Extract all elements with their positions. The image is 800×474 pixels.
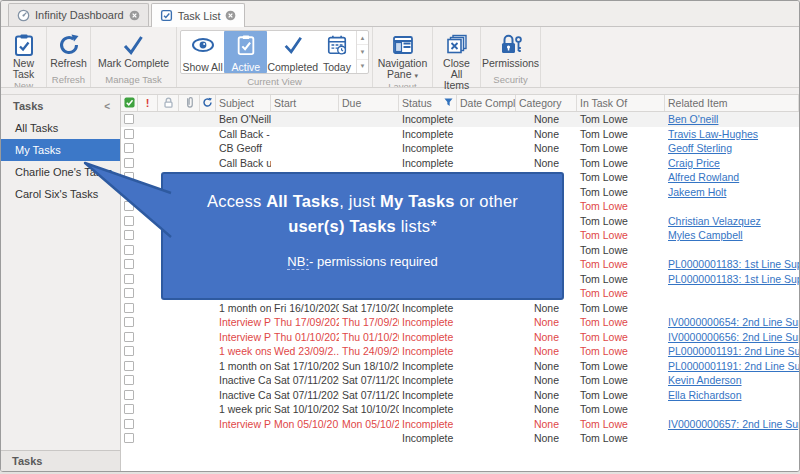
row-select-checkbox[interactable] — [121, 141, 138, 156]
show-all-button[interactable]: Show All — [181, 31, 224, 73]
task-row[interactable]: Interview Pre...Mon 05/10/20...Mon 05/10… — [121, 417, 799, 432]
related-item-link[interactable]: Travis Law-Hughes — [668, 128, 758, 140]
gallery-item-label: Show All — [182, 61, 222, 73]
row-select-checkbox[interactable] — [121, 127, 138, 142]
task-row[interactable]: 1 month onsiteFri 16/10/2020Sat 17/10/20… — [121, 301, 799, 316]
calendar-icon — [326, 34, 348, 60]
row-select-checkbox[interactable] — [121, 417, 138, 432]
cell-excl — [138, 272, 158, 287]
related-item-link[interactable]: PL0000001191: 2nd Line Support... — [668, 345, 799, 357]
column-header-attachment[interactable] — [179, 95, 200, 111]
tab-task-list[interactable]: Task List — [151, 3, 246, 27]
related-item-link[interactable]: Ben O'neill — [668, 113, 718, 125]
permissions-button[interactable]: Permissions — [478, 29, 543, 74]
new-task-button[interactable]: New Task — [1, 29, 46, 80]
row-select-checkbox[interactable] — [121, 301, 138, 316]
task-row[interactable]: Inactive Candi...Sat 07/11/2020Sat 07/11… — [121, 388, 799, 403]
related-item-link[interactable]: IV0000000656: 2nd Line Support... — [668, 331, 799, 343]
related-item-link[interactable]: Alfred Rowland — [668, 171, 739, 183]
related-item-link[interactable]: Ella Richardson — [668, 389, 742, 401]
row-select-checkbox[interactable] — [121, 431, 138, 446]
column-header-select[interactable] — [121, 95, 138, 111]
checkbox-icon — [124, 419, 134, 429]
column-header-category[interactable]: Category — [516, 95, 577, 111]
column-header-lock[interactable] — [158, 95, 179, 111]
related-item-link[interactable]: IV0000000657: 2nd Line Support... — [668, 418, 799, 430]
row-select-checkbox[interactable] — [121, 344, 138, 359]
column-header-start[interactable]: Start — [271, 95, 339, 111]
related-item-link[interactable]: Kevin Anderson — [668, 374, 742, 386]
related-item-link[interactable]: PL0000001183: 1st Line Support... — [668, 258, 799, 270]
related-item-link[interactable]: Christian Velazquez — [668, 215, 761, 227]
gallery-dropdown-icon[interactable]: ▼ — [357, 60, 368, 73]
filter-funnel-icon[interactable] — [444, 97, 453, 109]
row-select-checkbox[interactable] — [121, 359, 138, 374]
cell-status: Incomplete — [399, 330, 457, 345]
checkbox-icon — [124, 274, 134, 284]
related-item-link[interactable]: PL0000001183: 1st Line Support... — [668, 273, 799, 285]
sidebar-item-all-tasks[interactable]: All Tasks — [1, 117, 120, 139]
row-select-checkbox[interactable] — [121, 286, 138, 301]
related-item-link[interactable]: Craig Price — [668, 157, 720, 169]
cell-who: Tom Lowe — [577, 185, 665, 200]
task-row[interactable]: Call Back urge...IncompleteNoneTom LoweC… — [121, 156, 799, 171]
today-button[interactable]: Today — [318, 31, 356, 73]
checkbox-icon — [124, 245, 134, 255]
close-icon[interactable] — [225, 10, 236, 21]
close-icon[interactable] — [129, 10, 140, 21]
column-header-date-completed[interactable]: Date Completed — [457, 95, 516, 111]
row-select-checkbox[interactable] — [121, 257, 138, 272]
task-row[interactable]: Interview Pre...Thu 17/09/2020Thu 17/09/… — [121, 315, 799, 330]
task-row[interactable]: Call Back - Tra...IncompleteNoneTom Lowe… — [121, 127, 799, 142]
gallery-scroll-down-icon[interactable]: ▼ — [357, 45, 368, 59]
related-item-link[interactable]: Myles Campbell — [668, 229, 743, 241]
column-header-status[interactable]: Status — [399, 95, 457, 111]
task-row[interactable]: IncompleteNoneTom Lowe — [121, 431, 799, 446]
nav-pane-footer[interactable]: Tasks — [1, 450, 120, 471]
task-row[interactable]: CB GeoffIncompleteNoneTom LoweGeoff Ster… — [121, 141, 799, 156]
collapse-pane-icon[interactable]: < — [104, 101, 110, 112]
task-row[interactable]: 1 week onsiteWed 23/09/2...Thu 24/09/202… — [121, 344, 799, 359]
cell-rec — [200, 112, 216, 127]
related-item-link[interactable]: Jakeem Holt — [668, 186, 726, 198]
navigation-pane-button[interactable]: Navigation Pane ▾ — [373, 29, 432, 81]
mark-complete-button[interactable]: Mark Complete — [94, 29, 173, 74]
related-item-link[interactable]: Geoff Sterling — [668, 142, 732, 154]
tab-label: Infinity Dashboard — [35, 9, 124, 21]
task-row[interactable]: 1 week prior t...Sat 10/10/2020Sat 10/10… — [121, 402, 799, 417]
column-header-due[interactable]: Due — [339, 95, 399, 111]
row-select-checkbox[interactable] — [121, 272, 138, 287]
active-button[interactable]: Active — [224, 31, 267, 73]
row-select-checkbox[interactable] — [121, 112, 138, 127]
row-select-checkbox[interactable] — [121, 243, 138, 258]
related-item-link[interactable]: PL0000001191: 2nd Line Support... — [668, 360, 799, 372]
row-select-checkbox[interactable] — [121, 373, 138, 388]
ribbon-group-refresh: Refresh Refresh — [47, 27, 91, 87]
refresh-button[interactable]: Refresh — [46, 29, 91, 74]
row-select-checkbox[interactable] — [121, 388, 138, 403]
cell-subject: Call Back - Tra... — [216, 127, 271, 142]
close-all-items-button[interactable]: Close All Items — [433, 29, 480, 91]
callout-pointer-arrow — [79, 157, 173, 243]
priority-exclamation-icon: ! — [146, 97, 150, 109]
task-row[interactable]: Interview Pre...Thu 01/10/2020Thu 01/10/… — [121, 330, 799, 345]
gallery-scroll-up-icon[interactable]: ▲ — [357, 31, 368, 45]
related-item-link[interactable]: IV0000000654: 2nd Line Support... — [668, 316, 799, 328]
row-select-checkbox[interactable] — [121, 330, 138, 345]
row-select-checkbox[interactable] — [121, 315, 138, 330]
task-row[interactable]: 1 month onsiteSat 17/10/2020Sun 18/10/20… — [121, 359, 799, 374]
column-header-recurrence[interactable] — [200, 95, 216, 111]
completed-button[interactable]: Completed — [267, 31, 318, 73]
column-header-related-item[interactable]: Related Item — [665, 95, 799, 111]
cell-due: Sat 07/11/2020 — [339, 388, 399, 403]
tab-infinity-dashboard[interactable]: Infinity Dashboard — [8, 3, 149, 26]
column-header-priority[interactable]: ! — [138, 95, 158, 111]
cell-rec — [200, 127, 216, 142]
row-select-checkbox[interactable] — [121, 402, 138, 417]
column-header-in-task-of[interactable]: In Task Of — [577, 95, 665, 111]
column-header-subject[interactable]: Subject — [216, 95, 271, 111]
eye-icon — [190, 34, 216, 60]
task-row[interactable]: Ben O'Neill call...IncompleteNoneTom Low… — [121, 112, 799, 127]
cell-excl — [138, 344, 158, 359]
task-row[interactable]: Inactive Candi...Sat 07/11/2020Sat 07/11… — [121, 373, 799, 388]
